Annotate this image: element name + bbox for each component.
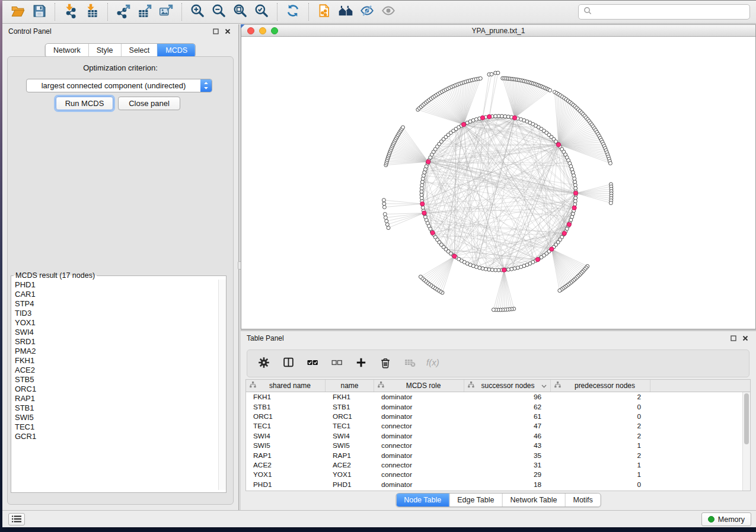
graph-node[interactable] (382, 198, 385, 202)
deselect-all-rows-button[interactable] (330, 357, 344, 371)
table-tab-network-table[interactable]: Network Table (502, 493, 565, 507)
table-row[interactable]: FKH1FKH1dominator962 (246, 392, 750, 402)
tab-style[interactable]: Style (88, 44, 121, 57)
network-overview-button[interactable] (335, 2, 356, 21)
graph-hub-node[interactable] (420, 202, 425, 206)
graph-node[interactable] (609, 201, 613, 205)
graph-node[interactable] (382, 206, 386, 209)
zoom-out-button[interactable] (208, 2, 229, 21)
table-scrollbar-thumb[interactable] (744, 393, 749, 444)
search-box[interactable] (578, 4, 750, 20)
graph-hub-node[interactable] (461, 123, 465, 127)
table-tab-motifs[interactable]: Motifs (564, 493, 600, 507)
export-image-button[interactable] (155, 2, 177, 21)
mcds-result-scrollbar[interactable] (218, 280, 226, 490)
graph-node[interactable] (608, 162, 612, 165)
add-column-button[interactable] (354, 357, 368, 371)
column-header-predecessor-nodes[interactable]: predecessor nodes (551, 380, 650, 392)
graph-node[interactable] (496, 71, 500, 75)
zoom-selected-button[interactable] (251, 2, 272, 21)
float-table-panel-icon[interactable] (729, 334, 738, 343)
float-window-icon[interactable] (211, 27, 221, 36)
table-tab-edge-table[interactable]: Edge Table (449, 493, 502, 507)
import-network-button[interactable] (60, 2, 81, 21)
graph-node[interactable] (492, 308, 495, 312)
graph-node[interactable] (494, 114, 497, 118)
minimize-window-icon[interactable] (259, 27, 266, 34)
select-all-rows-button[interactable] (305, 357, 320, 371)
tab-mcds[interactable]: MCDS (157, 44, 195, 57)
close-table-panel-icon[interactable] (741, 334, 750, 343)
delete-columns-button[interactable] (378, 357, 393, 371)
zoom-in-button[interactable] (187, 2, 208, 21)
share-document-button[interactable] (314, 2, 335, 21)
column-header-shared-name[interactable]: shared name (246, 380, 326, 392)
network-canvas[interactable] (241, 37, 755, 329)
graph-hub-node[interactable] (480, 116, 484, 120)
network-graph[interactable] (241, 37, 755, 329)
hide-selected-button[interactable] (356, 2, 378, 21)
graph-node[interactable] (548, 88, 552, 92)
graph-node[interactable] (385, 219, 388, 223)
table-row[interactable]: ORC1ORC1dominator610 (246, 412, 750, 421)
graph-node[interactable] (558, 289, 562, 293)
tab-network[interactable]: Network (46, 44, 88, 57)
graph-node[interactable] (384, 216, 387, 219)
graph-node[interactable] (383, 213, 387, 216)
network-window-titlebar[interactable]: YPA_prune.txt_1 (241, 25, 755, 37)
graph-node[interactable] (387, 226, 390, 230)
graph-hub-node[interactable] (567, 222, 571, 226)
table-row[interactable]: SWI4SWI4dominator462 (246, 431, 750, 441)
split-panel-button[interactable] (281, 357, 295, 371)
graph-hub-node[interactable] (512, 116, 516, 120)
export-network-button[interactable] (113, 2, 134, 21)
table-row[interactable]: TEC1TEC1connector472 (246, 421, 750, 431)
table-tab-node-table[interactable]: Node Table (396, 493, 449, 507)
table-row[interactable]: ACE2ACE2connector311 (246, 460, 750, 470)
export-table-button[interactable] (134, 2, 155, 21)
column-header-successor-nodes[interactable]: successor nodes (464, 380, 551, 392)
close-window-icon[interactable] (247, 27, 254, 34)
save-session-button[interactable] (28, 2, 50, 21)
mcds-result-list[interactable]: PHD1CAR1STP4TID3YOX1SWI4SRD1PMA2FKH1ACE2… (11, 280, 218, 490)
graph-hub-node[interactable] (572, 206, 576, 210)
graph-hub-node[interactable] (430, 230, 435, 235)
graph-hub-node[interactable] (556, 143, 560, 147)
import-table-button[interactable] (81, 2, 103, 21)
graph-node[interactable] (385, 223, 389, 226)
graph-hub-node[interactable] (422, 211, 426, 215)
graph-hub-node[interactable] (452, 254, 457, 258)
graph-node[interactable] (490, 72, 493, 76)
search-input[interactable] (595, 7, 745, 17)
memory-button[interactable]: Memory (701, 512, 751, 526)
close-panel-button[interactable]: Close panel (118, 97, 180, 110)
zoom-fit-button[interactable] (229, 2, 251, 21)
graph-hub-node[interactable] (487, 114, 492, 118)
table-row[interactable]: SWI5SWI5connector431 (246, 441, 750, 450)
optimization-criterion-select[interactable]: largest connected component (undirected) (26, 79, 212, 92)
table-scrollbar[interactable] (742, 392, 750, 491)
graph-hub-node[interactable] (550, 247, 554, 251)
graph-node[interactable] (479, 76, 482, 80)
graph-hub-node[interactable] (573, 191, 578, 195)
column-header-name[interactable]: name (326, 380, 374, 392)
maximize-window-icon[interactable] (271, 27, 278, 34)
graph-node[interactable] (382, 202, 386, 206)
graph-node[interactable] (401, 126, 405, 129)
status-menu-button[interactable] (8, 513, 25, 525)
graph-hub-node[interactable] (562, 231, 566, 235)
column-settings-button[interactable] (257, 357, 271, 371)
graph-hub-node[interactable] (502, 268, 506, 272)
table-row[interactable]: RAP1RAP1dominator352 (246, 450, 750, 460)
table-row[interactable]: PHD1PHD1dominator180 (246, 480, 750, 489)
run-mcds-button[interactable]: Run MCDS (56, 97, 113, 110)
graph-hub-node[interactable] (535, 258, 540, 262)
graph-node[interactable] (419, 275, 422, 278)
table-row[interactable]: YOX1YOX1connector291 (246, 470, 750, 479)
graph-hub-node[interactable] (426, 160, 430, 164)
refresh-network-button[interactable] (282, 2, 304, 21)
close-panel-icon[interactable] (223, 27, 232, 36)
tab-select[interactable]: Select (121, 44, 158, 57)
table-row[interactable]: STB1STB1dominator620 (246, 402, 750, 411)
column-header-MCDS-role[interactable]: MCDS role (374, 380, 464, 392)
